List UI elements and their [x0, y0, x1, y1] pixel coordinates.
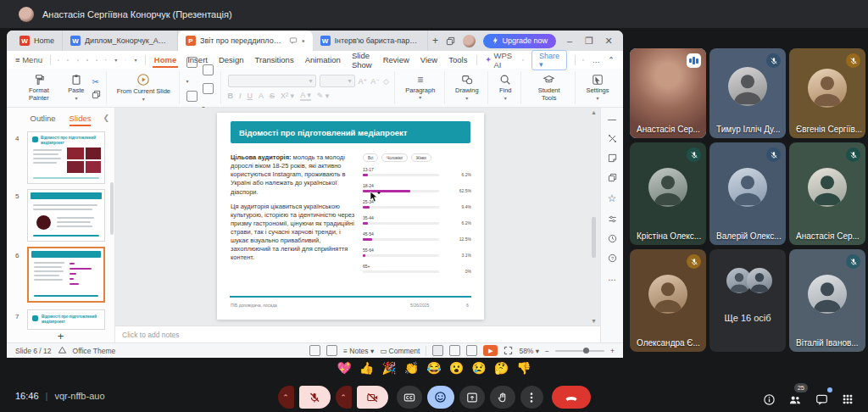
reaction-thumbs-up[interactable]: 👍	[359, 362, 374, 374]
paragraph-button[interactable]: ≡ Paragraph ▾	[402, 75, 439, 102]
menu-tab-design[interactable]: Design	[217, 55, 246, 64]
slide-thumbnail-4[interactable]: Відомості про підготовлений медіапроект	[27, 131, 105, 184]
wps-account-avatar[interactable]	[463, 35, 476, 47]
reaction-heart[interactable]: 💖	[337, 362, 351, 374]
sticker-icon[interactable]	[608, 153, 617, 163]
comment-icon[interactable]	[582, 55, 584, 65]
zoom-out-button[interactable]: −	[545, 347, 549, 355]
menu-tab-animation[interactable]: Animation	[303, 55, 342, 64]
menu-tab-transitions[interactable]: Transitions	[253, 55, 296, 64]
slide-canvas[interactable]: Відомості про підготовлений медіапроект …	[115, 108, 600, 326]
drawing-button[interactable]: Drawing ▾	[452, 74, 483, 102]
slideshow-play-button[interactable]: ▶	[483, 345, 498, 356]
cut-icon[interactable]: ✂	[92, 77, 101, 86]
canvas-scrollbar[interactable]: ▲ ▼	[589, 109, 598, 324]
menu-tab-review[interactable]: Review	[381, 55, 411, 64]
normal-view-icon[interactable]	[432, 345, 443, 356]
camera-options-chevron[interactable]: ⌃	[336, 386, 352, 409]
participant-tile[interactable]: Олександра Є...	[630, 249, 706, 352]
restore-button[interactable]: ❐	[583, 36, 595, 47]
wps-ai-button[interactable]: WPS AI	[485, 51, 515, 70]
highlight-button[interactable]: ✎ ▾	[317, 92, 330, 100]
slide-6[interactable]: Відомості про підготовлений медіапроект …	[217, 113, 484, 320]
underline-button[interactable]: U	[248, 92, 253, 100]
activities-button[interactable]	[837, 389, 858, 409]
superscript-button[interactable]: X² ▾	[281, 92, 294, 100]
sidebar-more-icon[interactable]: …	[608, 273, 616, 282]
print-icon[interactable]	[86, 55, 88, 65]
slide-layout-icon[interactable]	[186, 91, 198, 102]
scrollbar-thumb[interactable]	[592, 217, 596, 258]
mic-options-chevron[interactable]: ⌃	[278, 386, 294, 409]
theme-icon[interactable]	[58, 346, 67, 355]
settings-button[interactable]: Settings ▾	[582, 74, 613, 102]
tab-doc-diplom[interactable]: W Диплом_Конорчук_Анастасія_Бак	[63, 31, 178, 51]
add-slide-button[interactable]: +	[7, 330, 114, 342]
help-icon[interactable]: ?	[608, 253, 617, 263]
find-button[interactable]: Find ▾	[495, 74, 515, 102]
from-current-slide-button[interactable]: From Current Slide ▾	[114, 73, 173, 103]
font-color-button[interactable]: A ▾	[300, 91, 311, 101]
zoom-slider[interactable]	[555, 350, 604, 352]
menu-tab-view[interactable]: View	[419, 55, 439, 64]
tab-close-icon[interactable]: •	[302, 36, 305, 46]
notes-toggle[interactable]: ≡ Notes ▾	[343, 347, 374, 355]
reading-view-icon[interactable]	[466, 345, 477, 356]
decrease-font-icon[interactable]: A⁻	[370, 77, 380, 86]
strikethrough-button[interactable]: S	[270, 92, 275, 100]
scroll-down-icon[interactable]: ▼	[591, 318, 597, 324]
overflow-tile[interactable]: Ще 16 осіб	[709, 249, 786, 352]
reaction-clap[interactable]: 👏	[404, 362, 419, 374]
slides-tab[interactable]: Slides	[70, 114, 92, 126]
undo-dropdown[interactable]: ▾	[114, 57, 117, 63]
tab-doc-zvit-active[interactable]: P Звіт про переддипломну пра •	[178, 31, 313, 51]
new-tab-button[interactable]: +	[428, 35, 443, 47]
hide-sidebar-icon[interactable]: —	[608, 114, 616, 124]
participant-tile[interactable]: Анастасія Сер...	[789, 142, 865, 245]
upgrade-button[interactable]: Upgrade now	[483, 34, 556, 48]
open-file-icon[interactable]	[58, 55, 59, 65]
reaction-laugh[interactable]: 😂	[426, 362, 441, 374]
slide-thumbnail-5[interactable]	[27, 189, 105, 242]
presenter-view-icon[interactable]	[326, 345, 337, 356]
zoom-slider-handle[interactable]	[583, 348, 589, 354]
captions-button[interactable]	[397, 386, 422, 409]
undo-icon[interactable]	[105, 55, 107, 65]
reaction-party[interactable]: 🎉	[381, 362, 396, 374]
comment-toggle[interactable]: ▭ Comment	[380, 347, 420, 355]
paste-button[interactable]: Paste ▾	[64, 74, 88, 102]
participant-tile[interactable]: Віталій Іванов...	[789, 249, 865, 352]
present-button[interactable]	[459, 386, 485, 409]
participant-tile[interactable]: Крістіна Олекс...	[630, 142, 706, 245]
italic-button[interactable]: I	[239, 92, 242, 100]
slide-pane-toggle-icon[interactable]	[309, 345, 320, 356]
new-slide-icon[interactable]	[186, 57, 198, 68]
redo-icon[interactable]	[125, 55, 126, 65]
export-icon[interactable]	[77, 55, 79, 65]
font-size-select[interactable]: ▾	[320, 75, 355, 87]
slide-thumbnail-6-selected[interactable]	[27, 247, 105, 303]
window-stack-icon[interactable]	[446, 36, 455, 46]
section-icon[interactable]	[203, 83, 214, 94]
participant-tile[interactable]: Тимур Ілліч Ду...	[709, 48, 786, 138]
search-icon[interactable]	[522, 55, 524, 65]
minimize-button[interactable]: –	[564, 36, 576, 46]
present-tool-icon[interactable]	[203, 64, 214, 75]
theme-label[interactable]: Office Theme	[73, 347, 116, 355]
quick-tools-icon[interactable]	[608, 134, 617, 143]
reaction-thumbs-down[interactable]: 👎	[516, 362, 531, 374]
bold-button[interactable]: B	[228, 92, 234, 100]
collapse-ribbon-icon[interactable]: ⌃	[608, 55, 615, 64]
more-options-icon[interactable]: …	[593, 55, 601, 64]
clear-format-icon[interactable]: ◇	[383, 77, 389, 86]
print-preview-icon[interactable]	[96, 55, 97, 65]
reaction-thinking[interactable]: 🤔	[494, 362, 509, 374]
reaction-surprised[interactable]: 😮	[449, 362, 464, 374]
copy-icon[interactable]	[92, 90, 101, 99]
close-button[interactable]: ✕	[603, 36, 615, 47]
zoom-in-button[interactable]: +	[610, 347, 615, 355]
scroll-up-icon[interactable]: ▲	[591, 109, 597, 115]
quickbar-more-chevron[interactable]: ▾	[135, 57, 137, 63]
favorites-star-icon[interactable]: ☆	[608, 192, 617, 204]
zoom-level[interactable]: 58% ▾	[519, 347, 539, 355]
